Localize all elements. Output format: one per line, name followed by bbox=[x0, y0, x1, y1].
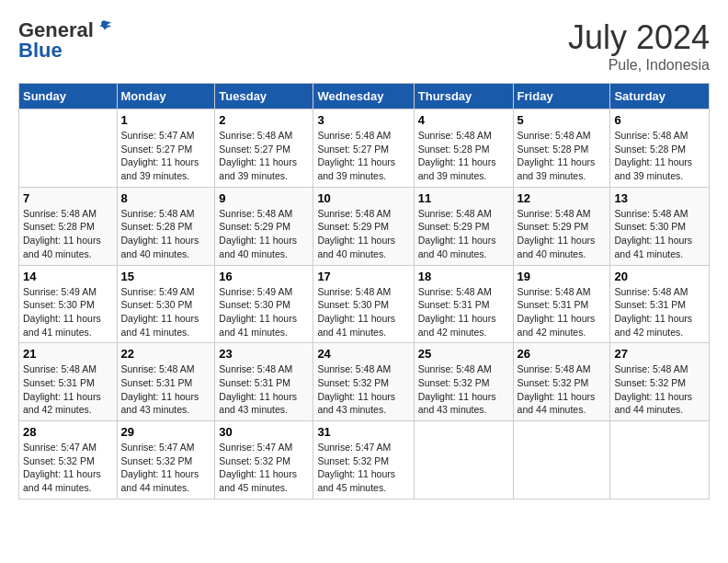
day-cell bbox=[19, 109, 118, 188]
day-info: Sunrise: 5:48 AM Sunset: 5:29 PM Dayligh… bbox=[219, 207, 309, 261]
day-info: Sunrise: 5:48 AM Sunset: 5:28 PM Dayligh… bbox=[518, 129, 607, 183]
logo-blue: Blue bbox=[18, 39, 63, 63]
day-cell: 16Sunrise: 5:49 AM Sunset: 5:30 PM Dayli… bbox=[215, 265, 313, 343]
day-cell: 28Sunrise: 5:47 AM Sunset: 5:32 PM Dayli… bbox=[19, 421, 118, 500]
day-info: Sunrise: 5:48 AM Sunset: 5:29 PM Dayligh… bbox=[518, 207, 607, 261]
day-info: Sunrise: 5:47 AM Sunset: 5:32 PM Dayligh… bbox=[317, 441, 409, 495]
week-row-3: 14Sunrise: 5:49 AM Sunset: 5:30 PM Dayli… bbox=[19, 265, 710, 343]
day-info: Sunrise: 5:48 AM Sunset: 5:29 PM Dayligh… bbox=[418, 207, 509, 261]
day-number: 27 bbox=[614, 347, 705, 361]
day-cell: 18Sunrise: 5:48 AM Sunset: 5:31 PM Dayli… bbox=[414, 265, 513, 343]
day-number: 26 bbox=[518, 347, 607, 361]
day-cell: 21Sunrise: 5:48 AM Sunset: 5:31 PM Dayli… bbox=[19, 343, 118, 421]
day-number: 12 bbox=[518, 191, 607, 205]
day-info: Sunrise: 5:48 AM Sunset: 5:31 PM Dayligh… bbox=[121, 362, 211, 417]
day-info: Sunrise: 5:48 AM Sunset: 5:31 PM Dayligh… bbox=[518, 285, 607, 339]
day-number: 19 bbox=[518, 270, 607, 283]
col-header-sunday: Sunday bbox=[19, 84, 118, 109]
day-info: Sunrise: 5:47 AM Sunset: 5:32 PM Dayligh… bbox=[219, 441, 309, 495]
day-cell: 23Sunrise: 5:48 AM Sunset: 5:31 PM Dayli… bbox=[215, 343, 313, 421]
day-number: 23 bbox=[219, 347, 309, 361]
day-number: 30 bbox=[219, 425, 309, 439]
day-number: 16 bbox=[219, 270, 309, 283]
day-info: Sunrise: 5:48 AM Sunset: 5:29 PM Dayligh… bbox=[317, 207, 409, 261]
day-info: Sunrise: 5:48 AM Sunset: 5:31 PM Dayligh… bbox=[219, 362, 309, 417]
col-header-friday: Friday bbox=[513, 84, 610, 109]
day-cell: 3Sunrise: 5:48 AM Sunset: 5:27 PM Daylig… bbox=[313, 109, 414, 188]
day-cell: 15Sunrise: 5:49 AM Sunset: 5:30 PM Dayli… bbox=[117, 265, 215, 343]
calendar-table: SundayMondayTuesdayWednesdayThursdayFrid… bbox=[18, 83, 710, 500]
day-cell: 9Sunrise: 5:48 AM Sunset: 5:29 PM Daylig… bbox=[215, 187, 313, 265]
col-header-tuesday: Tuesday bbox=[215, 84, 313, 109]
day-info: Sunrise: 5:48 AM Sunset: 5:32 PM Dayligh… bbox=[418, 362, 509, 417]
day-number: 15 bbox=[121, 270, 211, 283]
day-cell: 25Sunrise: 5:48 AM Sunset: 5:32 PM Dayli… bbox=[414, 343, 513, 421]
day-info: Sunrise: 5:48 AM Sunset: 5:32 PM Dayligh… bbox=[317, 362, 409, 417]
day-number: 11 bbox=[418, 191, 509, 205]
day-number: 10 bbox=[317, 191, 409, 205]
logo-bird-icon bbox=[96, 18, 112, 35]
day-cell: 8Sunrise: 5:48 AM Sunset: 5:28 PM Daylig… bbox=[117, 187, 215, 265]
day-number: 6 bbox=[614, 113, 705, 127]
day-number: 14 bbox=[23, 270, 113, 283]
day-cell: 17Sunrise: 5:48 AM Sunset: 5:30 PM Dayli… bbox=[313, 265, 414, 343]
day-cell: 14Sunrise: 5:49 AM Sunset: 5:30 PM Dayli… bbox=[19, 265, 118, 343]
day-cell: 1Sunrise: 5:47 AM Sunset: 5:27 PM Daylig… bbox=[117, 109, 215, 188]
col-header-thursday: Thursday bbox=[414, 84, 513, 109]
day-info: Sunrise: 5:49 AM Sunset: 5:30 PM Dayligh… bbox=[219, 285, 309, 339]
day-number: 29 bbox=[121, 425, 211, 439]
day-cell: 6Sunrise: 5:48 AM Sunset: 5:28 PM Daylig… bbox=[610, 109, 710, 188]
day-cell: 29Sunrise: 5:47 AM Sunset: 5:32 PM Dayli… bbox=[117, 421, 215, 500]
week-row-4: 21Sunrise: 5:48 AM Sunset: 5:31 PM Dayli… bbox=[19, 343, 710, 421]
col-header-saturday: Saturday bbox=[610, 84, 710, 109]
day-number: 9 bbox=[219, 191, 309, 205]
day-number: 4 bbox=[418, 113, 509, 127]
day-info: Sunrise: 5:49 AM Sunset: 5:30 PM Dayligh… bbox=[121, 285, 211, 339]
day-number: 7 bbox=[23, 191, 113, 205]
day-info: Sunrise: 5:48 AM Sunset: 5:32 PM Dayligh… bbox=[518, 362, 607, 417]
day-info: Sunrise: 5:47 AM Sunset: 5:32 PM Dayligh… bbox=[121, 441, 211, 495]
day-cell bbox=[414, 421, 513, 500]
day-number: 21 bbox=[23, 347, 113, 361]
day-info: Sunrise: 5:48 AM Sunset: 5:32 PM Dayligh… bbox=[614, 362, 705, 417]
calendar-header-row: SundayMondayTuesdayWednesdayThursdayFrid… bbox=[19, 84, 710, 109]
day-number: 3 bbox=[317, 113, 409, 127]
day-cell: 31Sunrise: 5:47 AM Sunset: 5:32 PM Dayli… bbox=[313, 421, 414, 500]
day-cell: 13Sunrise: 5:48 AM Sunset: 5:30 PM Dayli… bbox=[610, 187, 710, 265]
day-cell: 7Sunrise: 5:48 AM Sunset: 5:28 PM Daylig… bbox=[19, 187, 118, 265]
day-number: 28 bbox=[23, 425, 113, 439]
location: Pule, Indonesia bbox=[568, 57, 710, 74]
day-number: 13 bbox=[614, 191, 705, 205]
day-info: Sunrise: 5:48 AM Sunset: 5:27 PM Dayligh… bbox=[317, 129, 409, 183]
day-cell: 4Sunrise: 5:48 AM Sunset: 5:28 PM Daylig… bbox=[414, 109, 513, 188]
col-header-monday: Monday bbox=[117, 84, 215, 109]
day-cell: 11Sunrise: 5:48 AM Sunset: 5:29 PM Dayli… bbox=[414, 187, 513, 265]
day-number: 17 bbox=[317, 270, 409, 283]
day-info: Sunrise: 5:48 AM Sunset: 5:31 PM Dayligh… bbox=[418, 285, 509, 339]
col-header-wednesday: Wednesday bbox=[313, 84, 414, 109]
day-cell: 10Sunrise: 5:48 AM Sunset: 5:29 PM Dayli… bbox=[313, 187, 414, 265]
day-cell: 2Sunrise: 5:48 AM Sunset: 5:27 PM Daylig… bbox=[215, 109, 313, 188]
day-number: 8 bbox=[121, 191, 211, 205]
day-cell: 12Sunrise: 5:48 AM Sunset: 5:29 PM Dayli… bbox=[513, 187, 610, 265]
day-number: 31 bbox=[317, 425, 409, 439]
day-number: 25 bbox=[418, 347, 509, 361]
day-cell bbox=[610, 421, 710, 500]
day-info: Sunrise: 5:47 AM Sunset: 5:27 PM Dayligh… bbox=[121, 129, 211, 183]
week-row-1: 1Sunrise: 5:47 AM Sunset: 5:27 PM Daylig… bbox=[19, 109, 710, 188]
day-info: Sunrise: 5:48 AM Sunset: 5:28 PM Dayligh… bbox=[418, 129, 509, 183]
day-cell: 30Sunrise: 5:47 AM Sunset: 5:32 PM Dayli… bbox=[215, 421, 313, 500]
day-cell: 24Sunrise: 5:48 AM Sunset: 5:32 PM Dayli… bbox=[313, 343, 414, 421]
day-number: 22 bbox=[121, 347, 211, 361]
day-info: Sunrise: 5:49 AM Sunset: 5:30 PM Dayligh… bbox=[23, 285, 113, 339]
day-number: 20 bbox=[614, 270, 705, 283]
day-info: Sunrise: 5:48 AM Sunset: 5:27 PM Dayligh… bbox=[219, 129, 309, 183]
day-cell: 5Sunrise: 5:48 AM Sunset: 5:28 PM Daylig… bbox=[513, 109, 610, 188]
day-cell: 26Sunrise: 5:48 AM Sunset: 5:32 PM Dayli… bbox=[513, 343, 610, 421]
week-row-2: 7Sunrise: 5:48 AM Sunset: 5:28 PM Daylig… bbox=[19, 187, 710, 265]
day-number: 24 bbox=[317, 347, 409, 361]
day-info: Sunrise: 5:48 AM Sunset: 5:31 PM Dayligh… bbox=[614, 285, 705, 339]
day-info: Sunrise: 5:48 AM Sunset: 5:28 PM Dayligh… bbox=[121, 207, 211, 261]
day-number: 2 bbox=[219, 113, 309, 127]
day-cell bbox=[513, 421, 610, 500]
